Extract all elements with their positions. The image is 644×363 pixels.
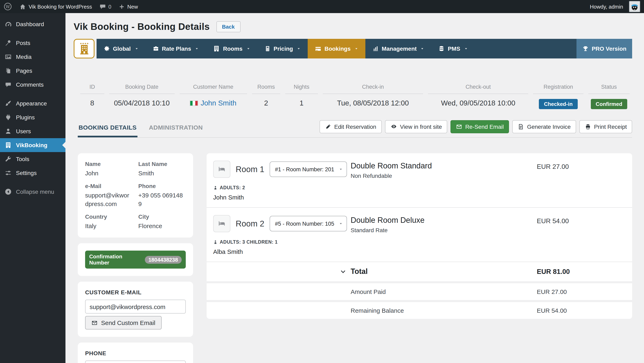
collapse-total-chevron-icon[interactable]	[340, 268, 346, 275]
room-assignment-select[interactable]: #5 - Room Number: 105	[270, 216, 347, 231]
summary-value: 1	[300, 99, 304, 107]
print-receipt-button[interactable]: Print Receipt	[579, 120, 632, 133]
occupancy-text: ADULTS: 2	[220, 185, 245, 190]
sliders-icon	[4, 169, 12, 177]
main-columns: NameJohnLast NameSmithe-Mailsupport@vikw…	[78, 153, 632, 363]
sidebar-item-dashboard[interactable]: Dashboard	[0, 17, 66, 31]
back-button[interactable]: Back	[216, 21, 240, 32]
confirmation-card: Confirmation Number 1804438238	[78, 243, 193, 276]
sidebar-item-vikbooking[interactable]: VikBooking	[0, 138, 66, 152]
bed-icon	[217, 165, 226, 174]
send-custom-email-button[interactable]: Send Custom Email	[85, 316, 162, 330]
nav-item-bookings[interactable]: Bookings	[308, 39, 365, 58]
person-icon	[213, 240, 218, 244]
field-value: +39 055 0691489	[138, 191, 186, 208]
summary-header: ID	[80, 84, 104, 94]
room-assignment-select[interactable]: #1 - Room Number: 201	[270, 161, 347, 177]
sidebar-item-label: Pages	[16, 67, 32, 74]
view-in-front-site-button[interactable]: View in front site	[385, 120, 447, 133]
wrench-icon	[4, 155, 12, 163]
chevron-down-icon	[195, 47, 199, 51]
bed-icon-button[interactable]	[213, 215, 230, 232]
avatar	[629, 1, 640, 12]
customer-field-last-name: Last NameSmith	[138, 161, 186, 177]
wp-admin-bar: W Vik Booking for WordPress 0 New Howdy,…	[0, 0, 644, 13]
customer-email-input[interactable]	[85, 300, 186, 314]
sidebar-item-label: Appearance	[16, 100, 47, 107]
room-rate-plan: Standard Rate	[351, 227, 537, 233]
sidebar-item-posts[interactable]: Posts	[0, 36, 66, 50]
italy-flag-icon	[190, 101, 198, 106]
nav-item-management[interactable]: Management	[365, 39, 432, 58]
sidebar-item-plugins[interactable]: Plugins	[0, 110, 66, 124]
nav-item-global[interactable]: Global	[96, 39, 146, 58]
sidebar-item-label: Dashboard	[16, 21, 44, 27]
totals-row-amount-paid: Amount PaidEUR 27.00	[206, 281, 632, 300]
room-row-room-2: Room 2#5 - Room Number: 105Double Room D…	[206, 207, 632, 262]
chevron-down-icon	[339, 167, 343, 171]
briefcase-icon	[152, 45, 159, 52]
sidebar-item-settings[interactable]: Settings	[0, 166, 66, 180]
room-type-name: Double Room Deluxe	[351, 215, 537, 225]
sidebar-item-comments[interactable]: Comments	[0, 78, 66, 92]
comments-shortcut[interactable]: 0	[96, 0, 115, 13]
summary-value[interactable]: John Smith	[201, 99, 236, 107]
summary-header: Nights	[285, 84, 318, 94]
tab-administration[interactable]: ADMINISTRATION	[148, 120, 204, 137]
pro-version-button[interactable]: PRO Version	[576, 39, 632, 58]
comment-bubble-icon	[100, 3, 106, 10]
user-icon	[4, 128, 12, 135]
phone-input[interactable]	[85, 361, 186, 363]
svg-text:★★★★: ★★★★	[80, 42, 88, 45]
confirmation-number: 1804438238	[145, 256, 182, 264]
sidebar-item-appearance[interactable]: Appearance	[0, 96, 66, 110]
totals-row-value: EUR 54.00	[537, 307, 626, 314]
sidebar-item-collapse-menu[interactable]: Collapse menu	[0, 185, 66, 199]
nav-item-pms[interactable]: PMS	[432, 39, 475, 58]
confirmed-badge: Confirmed	[591, 99, 627, 109]
summary-header: Check-out	[428, 84, 528, 94]
title-bar: Vik Booking - Booking Details Back	[66, 13, 644, 32]
action-buttons: Edit ReservationView in front siteRe-Sen…	[320, 120, 632, 137]
summary-header: Rooms	[252, 84, 280, 94]
sidebar-item-label: Users	[16, 128, 31, 134]
checked-in-badge[interactable]: Checked-in	[539, 99, 578, 109]
nav-item-rooms[interactable]: Rooms	[206, 39, 257, 58]
tab-booking-details[interactable]: BOOKING DETAILS	[78, 120, 138, 137]
nav-item-rate-plans[interactable]: Rate Plans	[146, 39, 206, 58]
chevron-down-icon	[464, 47, 468, 51]
sidebar-item-tools[interactable]: Tools	[0, 152, 66, 166]
sidebar-item-media[interactable]: Media	[0, 50, 66, 64]
guest-name: Alba Smith	[213, 248, 626, 255]
edit-reservation-button[interactable]: Edit Reservation	[320, 120, 382, 133]
wordpress-logo-icon: W	[4, 2, 12, 11]
wordpress-menu[interactable]: W	[0, 0, 16, 13]
vikbooking-logo-button[interactable]: ★★★★	[74, 39, 94, 58]
field-label: Phone	[138, 183, 186, 189]
totals-row-label: Amount Paid	[351, 288, 537, 295]
sidebar-item-label: Tools	[16, 156, 29, 162]
customer-field-e-mail: e-Mailsupport@vikwordpress.com	[85, 183, 132, 208]
summary-value: 8	[90, 99, 94, 107]
sidebar-item-pages[interactable]: Pages	[0, 64, 66, 78]
summary-col-check-out: Check-outWed, 09/05/2018 10:00	[426, 84, 531, 109]
howdy-menu[interactable]: Howdy, admin	[586, 0, 644, 13]
summary-value: Wed, 09/05/2018 10:00	[441, 99, 515, 107]
sidebar-item-users[interactable]: Users	[0, 124, 66, 138]
button-label: Print Receipt	[594, 123, 627, 130]
nav-spacer	[475, 39, 577, 58]
nav-item-pricing[interactable]: Pricing	[257, 39, 308, 58]
field-label: e-Mail	[85, 183, 132, 189]
summary-header: Check-in	[323, 84, 423, 94]
sidebar-item-label: Media	[16, 53, 32, 60]
bed-icon-button[interactable]	[213, 161, 230, 178]
total-row: Total EUR 81.00	[206, 262, 632, 281]
new-menu[interactable]: New	[115, 0, 142, 13]
generate-invoice-button[interactable]: Generate Invoice	[512, 120, 576, 133]
site-link[interactable]: Vik Booking for WordPress	[16, 0, 96, 13]
field-value: Smith	[138, 169, 186, 177]
phone-heading: PHONE	[85, 350, 186, 357]
button-label: Edit Reservation	[334, 123, 376, 130]
re-send-email-button[interactable]: Re-Send Email	[450, 120, 509, 133]
totals-row-label: Remaining Balance	[351, 307, 537, 314]
